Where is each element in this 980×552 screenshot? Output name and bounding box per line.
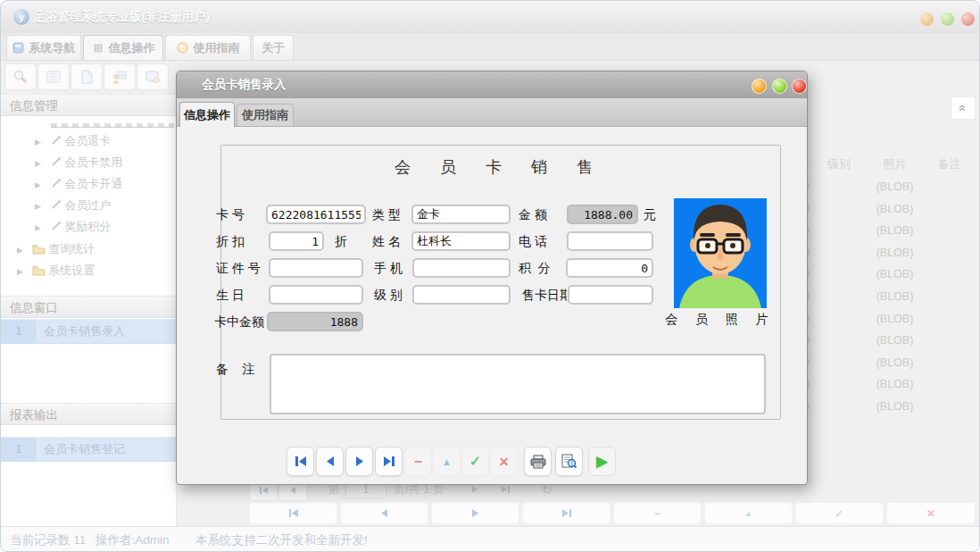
birthday-input[interactable]: [269, 285, 363, 305]
record-last-button[interactable]: [375, 447, 403, 476]
maximize-button[interactable]: [940, 12, 955, 27]
birthday-label: 生 日: [216, 285, 245, 305]
cell-note: [925, 198, 974, 221]
record-cancel-button[interactable]: ✕: [490, 447, 518, 476]
cell-photo: (BLOB): [865, 263, 925, 286]
status-message: 本系统支持二次开发和全新开发!: [195, 527, 368, 552]
print-preview-button[interactable]: [555, 447, 583, 476]
panel-header-info-manage: 信息管理: [1, 94, 176, 116]
tree-item-card-open[interactable]: ▶ 会员卡开通: [35, 173, 122, 195]
nav-cancel-button[interactable]: ✕: [886, 502, 976, 524]
main-tab-bar: 系统导航 信息操作 使用指南 关于: [1, 33, 980, 61]
info-window-row[interactable]: 1 会员卡销售录入: [1, 319, 176, 344]
card-balance-input[interactable]: [267, 312, 363, 331]
nav-post-button[interactable]: ✓: [795, 502, 884, 524]
discount-input[interactable]: [269, 231, 324, 251]
window-icon: [12, 42, 24, 54]
dialog-tab-user-guide[interactable]: 使用指南: [237, 104, 294, 126]
row-index: 1: [1, 438, 37, 461]
execute-button[interactable]: ▶: [588, 447, 616, 476]
nav-last-button[interactable]: [522, 502, 610, 524]
member-card-sale-dialog: 会员卡销售录入 信息操作 使用指南 会 员 卡 销 售 卡 号 类 型 金 额 …: [176, 71, 808, 485]
sale-date-label: 售卡日期: [522, 285, 567, 305]
dialog-tab-info-operation[interactable]: 信息操作: [179, 102, 235, 127]
name-input[interactable]: [411, 231, 511, 251]
tree-item-label: 会员卡开通: [64, 177, 122, 190]
tab-info-operation[interactable]: 信息操作: [83, 35, 163, 60]
toolbar-list-button[interactable]: [37, 63, 70, 90]
tree-item-reward-points[interactable]: ▶ 奖励积分: [35, 216, 111, 238]
cell-note: [925, 396, 974, 418]
record-post-button[interactable]: ✓: [461, 447, 489, 476]
folder-icon: [32, 244, 46, 255]
toolbar-document-button[interactable]: [71, 63, 103, 90]
expand-arrow-icon: ▶: [17, 246, 23, 255]
points-input[interactable]: [566, 258, 653, 278]
nav-delete-button[interactable]: −: [613, 502, 702, 524]
tab-system-nav[interactable]: 系统导航: [6, 35, 81, 60]
name-label: 姓 名: [372, 231, 401, 251]
sale-date-input[interactable]: [568, 285, 653, 305]
toolbar-user-report-button[interactable]: [104, 63, 136, 90]
mobile-input[interactable]: [412, 258, 511, 278]
grid-header-photo: 照片: [865, 153, 925, 176]
card-type-input[interactable]: [411, 205, 511, 224]
phone-input[interactable]: [567, 231, 653, 251]
record-first-button[interactable]: [287, 447, 314, 476]
card-number-input[interactable]: [266, 205, 366, 224]
expand-arrow-icon: ▶: [35, 159, 41, 168]
tree-item-label: 奖励积分: [64, 220, 111, 233]
print-button[interactable]: [524, 447, 552, 476]
cell-level: [813, 308, 865, 330]
help-ball-icon: [177, 42, 188, 54]
panel-header-report-output: 报表输出: [1, 403, 176, 425]
id-number-label: 证 件 号: [216, 258, 261, 278]
record-delete-button[interactable]: −: [404, 447, 432, 476]
prev-page-icon: [289, 486, 296, 495]
cell-photo: (BLOB): [865, 308, 925, 330]
wand-icon: [50, 199, 62, 211]
tab-about[interactable]: 关于: [253, 35, 294, 60]
minimize-button[interactable]: [919, 12, 934, 27]
tree-item-system-settings[interactable]: ▶ 系统设置: [17, 260, 95, 281]
up-triangle-icon: ▲: [744, 508, 753, 518]
toolbar-monitor-button[interactable]: [137, 63, 169, 90]
dialog-maximize-button[interactable]: [772, 79, 787, 94]
close-button[interactable]: [960, 12, 976, 27]
last-page-icon: [501, 485, 511, 494]
wand-icon: [50, 178, 62, 189]
nav-prev-button[interactable]: [340, 502, 428, 524]
tree-item-clipped[interactable]: [51, 121, 174, 128]
nav-next-button[interactable]: [431, 502, 519, 524]
cell-photo: (BLOB): [865, 176, 925, 198]
report-output-row[interactable]: 1 会员卡销售登记: [1, 437, 176, 462]
remark-textarea[interactable]: [270, 354, 766, 414]
cell-note: [925, 176, 974, 198]
tree-item-member-transfer[interactable]: ▶ 会员过户: [35, 195, 111, 216]
amount-input[interactable]: [567, 205, 638, 224]
nav-first-button[interactable]: [249, 502, 337, 524]
cell-photo: (BLOB): [865, 220, 925, 242]
dialog-close-button[interactable]: [792, 79, 807, 94]
record-edit-button[interactable]: ▲: [433, 447, 461, 476]
collapse-panel-button[interactable]: «: [951, 96, 976, 120]
level-input[interactable]: [412, 285, 511, 305]
record-prev-button[interactable]: [316, 447, 344, 476]
id-number-input[interactable]: [269, 258, 363, 278]
remark-label: 备 注: [216, 359, 255, 379]
row-label: 会员卡销售登记: [44, 438, 125, 461]
toolbar-search-button[interactable]: [4, 63, 37, 90]
tab-user-guide[interactable]: 使用指南: [165, 35, 251, 60]
nav-edit-button[interactable]: ▲: [704, 502, 793, 524]
record-next-button[interactable]: [345, 447, 373, 476]
points-label: 积 分: [519, 258, 551, 278]
cell-level: [813, 263, 865, 286]
minus-icon: −: [654, 507, 660, 520]
tree-item-query-stats[interactable]: ▶ 查询统计: [17, 238, 95, 260]
dialog-minimize-button[interactable]: [752, 79, 767, 94]
prev-record-icon: [326, 456, 335, 467]
document-icon: [79, 69, 95, 85]
tree-item-card-disable[interactable]: ▶ 会员卡禁用: [35, 152, 122, 173]
search-icon: [12, 69, 29, 85]
tree-item-member-refund[interactable]: ▶ 会员退卡: [35, 130, 111, 152]
